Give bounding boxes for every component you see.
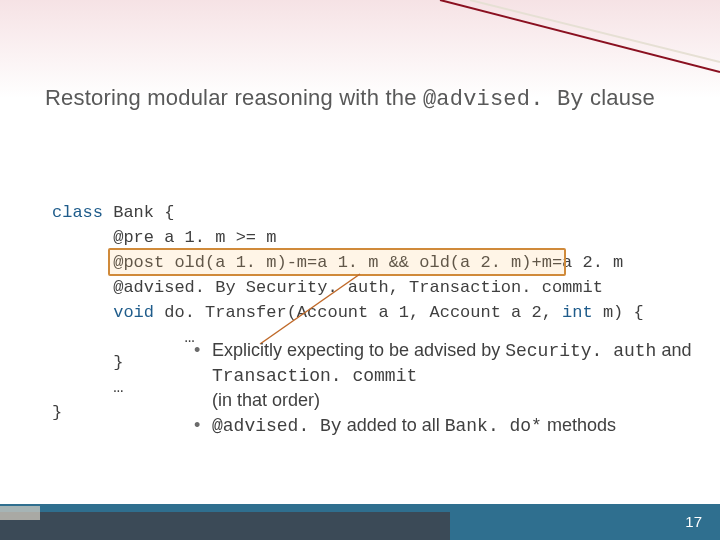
page-number: 17: [685, 513, 702, 530]
code-l4: @advised. By Security. auth, Transaction…: [52, 278, 603, 297]
b1-text-a: Explicitly expecting to be advised by: [212, 340, 505, 360]
title-pre: Restoring modular reasoning with the: [45, 85, 423, 110]
b2-mono-2: Bank. do*: [445, 416, 542, 436]
code-l5e: m) {: [593, 303, 644, 322]
b1-text-b: (in that order): [212, 390, 320, 410]
b1-mid: and: [656, 340, 691, 360]
footer-accent: [0, 506, 40, 520]
bullet-2: • @advised. By added to all Bank. do* me…: [212, 413, 702, 438]
highlight-box: [108, 248, 566, 276]
code-l7: }: [52, 353, 123, 372]
code-l8: …: [52, 378, 123, 397]
slide-title: Restoring modular reasoning with the @ad…: [45, 85, 655, 112]
bullet-1: • Explicitly expecting to be advised by …: [212, 338, 702, 412]
code-l5c: do. Transfer(Account a 1, Account a 2,: [154, 303, 562, 322]
b1-mono-2: Transaction. commit: [212, 366, 417, 386]
code-l5a: [52, 303, 113, 322]
code-l9: }: [52, 403, 62, 422]
bullet-dot-icon: •: [194, 338, 200, 362]
b2-mono-1: @advised. By: [212, 416, 342, 436]
kw-class: class: [52, 203, 103, 222]
code-l6: …: [52, 328, 195, 347]
title-mono: @advised. By: [423, 87, 584, 112]
footer-bar-left: [0, 512, 450, 540]
b2-end: methods: [542, 415, 616, 435]
footer: 17: [0, 500, 720, 540]
title-post: clause: [584, 85, 655, 110]
kw-int: int: [562, 303, 593, 322]
bullet-dot-icon: •: [194, 413, 200, 437]
b2-mid: added to all: [342, 415, 445, 435]
kw-void: void: [113, 303, 154, 322]
code-l1b: Bank {: [103, 203, 174, 222]
b1-mono-1: Security. auth: [505, 341, 656, 361]
code-l2: @pre a 1. m >= m: [52, 228, 276, 247]
